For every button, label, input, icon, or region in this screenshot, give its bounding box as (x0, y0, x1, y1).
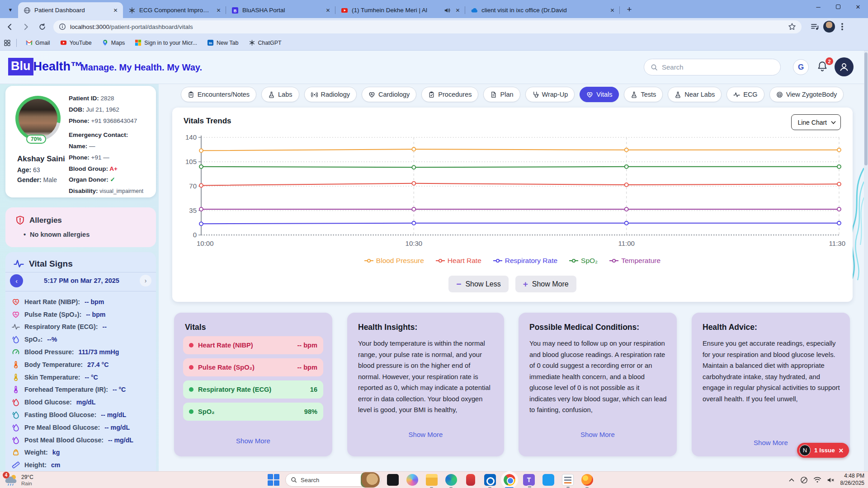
nav-tab-ecg[interactable]: ECG (726, 87, 764, 102)
nav-tab-wrap-up[interactable]: Wrap-Up (525, 87, 575, 102)
bookmark-item[interactable]: Gmail (22, 38, 54, 48)
explorer-icon[interactable] (426, 474, 438, 486)
bookmark-item[interactable]: YouTube (57, 38, 95, 48)
scrollbar-thumb[interactable] (864, 52, 868, 165)
vitals-show-more-link[interactable]: Show More (174, 437, 332, 445)
patient-photo[interactable] (19, 99, 57, 138)
window-minimize-button[interactable]: ─ (808, 0, 828, 14)
vital-signs-header: Vital Signs (14, 258, 73, 269)
nav-tab-tests[interactable]: Tests (624, 87, 663, 102)
tab-close-button[interactable]: ✕ (215, 6, 222, 14)
wifi-icon[interactable] (813, 477, 821, 483)
legend-item[interactable]: SpO₂ (569, 257, 598, 265)
edge-icon[interactable] (445, 474, 457, 486)
health-insights-card: Health Insights: Your body temperature i… (347, 313, 504, 456)
taskbar-center: Search T (268, 473, 593, 487)
bookmark-label: Gmail (35, 40, 50, 46)
chart-legend: Blood PressureHeart RateRespiratory Rate… (172, 257, 853, 265)
tab-search-button[interactable]: ▾ (4, 3, 17, 16)
nav-tab-vitals[interactable]: Vitals (580, 87, 619, 102)
app-search-input[interactable]: Search (644, 59, 781, 75)
bookmark-item[interactable]: inNew Tab (203, 38, 242, 48)
bookmark-item[interactable]: ChatGPT (245, 38, 285, 48)
show-less-button[interactable]: −Show Less (448, 276, 508, 292)
browser-tab[interactable]: BBluASHA Portal✕ (226, 2, 335, 18)
nav-tab-view-zygotebody[interactable]: View ZygoteBody (769, 87, 844, 102)
google-account-button[interactable]: G (793, 59, 809, 75)
patient-detail-row: DOB: Jul 21, 1962 (69, 105, 152, 114)
tab-close-button[interactable]: ✕ (609, 6, 616, 14)
outlook-icon[interactable] (484, 474, 496, 486)
svg-text:10:30: 10:30 (406, 239, 423, 247)
volume-muted-icon[interactable] (827, 477, 835, 483)
chrome-icon[interactable] (504, 474, 515, 486)
reload-button[interactable] (35, 20, 49, 33)
apps-grid-icon[interactable] (4, 39, 11, 47)
vscode-icon[interactable] (542, 474, 554, 486)
tab-close-button[interactable]: ✕ (324, 6, 332, 14)
weather-widget[interactable]: 4 29°C Rain (5, 474, 33, 486)
window-close-button[interactable]: ✕ (848, 0, 868, 14)
firefox-icon[interactable] (581, 474, 593, 486)
page-scrollbar[interactable] (864, 51, 868, 471)
browser-tab[interactable]: client visit in ixc office (Dr.David✕ (465, 2, 620, 18)
tray-chevron-up-icon[interactable] (788, 478, 795, 482)
browser-profile-avatar[interactable] (823, 21, 835, 33)
legend-item[interactable]: Heart Rate (436, 257, 481, 265)
window-maximize-button[interactable] (828, 0, 848, 14)
nav-tab-labs[interactable]: Labs (261, 87, 299, 102)
back-button[interactable] (3, 20, 16, 33)
previous-reading-button[interactable]: ‹ (10, 274, 23, 287)
next-reading-button[interactable]: › (140, 275, 151, 286)
insights-show-more-link[interactable]: Show More (347, 431, 504, 438)
chart-type-select[interactable]: Line Chart (791, 114, 841, 130)
tab-audio-icon[interactable] (444, 7, 450, 14)
new-tab-button[interactable]: + (623, 4, 635, 15)
browser-tab[interactable]: ECG Component Improvements✕ (123, 2, 226, 18)
nav-tab-procedures[interactable]: Procedures (421, 87, 478, 102)
show-more-button[interactable]: +Show More (515, 276, 576, 292)
taskbar-search-input[interactable]: Search (285, 473, 381, 487)
legend-item[interactable]: Blood Pressure (364, 257, 424, 265)
conditions-show-more-link[interactable]: Show More (519, 431, 677, 438)
nav-tab-near-labs[interactable]: Near Labs (668, 87, 722, 102)
tab-close-button[interactable]: ✕ (112, 6, 119, 14)
app-logo[interactable]: BluHealth™ (8, 58, 83, 75)
bookmark-star-button[interactable] (788, 23, 796, 31)
taskbar-search-placeholder: Search (301, 477, 319, 483)
person-icon (839, 61, 849, 72)
search-highlight-image[interactable] (361, 472, 380, 488)
teams-icon[interactable]: T (523, 474, 535, 486)
nav-tab-cardiology[interactable]: Cardiology (362, 87, 416, 102)
dev-issue-badge[interactable]: N 1 Issue ✕ (797, 443, 849, 458)
browser-tab[interactable]: (1) Tumhein Dekhe Meri | Al✕ (335, 2, 465, 18)
profile-menu-button[interactable] (835, 57, 854, 76)
nav-tab-plan[interactable]: Plan (483, 87, 520, 102)
taskbar-clock[interactable]: 4:48 PM 8/26/2025 (840, 473, 864, 487)
browser-menu-button[interactable] (841, 26, 843, 28)
bookmarks-bar: GmailYouTubeMapsSign in to your Micr...i… (0, 35, 868, 51)
window-controls: ─ ✕ (808, 0, 868, 14)
legend-item[interactable]: Temperature (609, 257, 660, 265)
copilot-icon[interactable] (406, 474, 418, 486)
browser-tab[interactable]: Patient Dashboard✕ (18, 2, 123, 18)
nav-tab-radiology[interactable]: Radiology (304, 87, 357, 102)
nav-tab-encounters-notes[interactable]: Encounters/Notes (181, 87, 256, 102)
notifications-button[interactable]: 2 (816, 61, 830, 74)
youtube-icon (341, 7, 348, 14)
issue-close-icon[interactable]: ✕ (839, 447, 844, 454)
do-not-disturb-icon[interactable] (800, 476, 808, 484)
start-button[interactable] (268, 474, 279, 486)
media-controls-button[interactable] (808, 20, 821, 33)
forward-button[interactable] (19, 20, 33, 33)
url-host: localhost:3000 (70, 23, 109, 30)
tab-close-button[interactable]: ✕ (454, 6, 462, 14)
bookmark-item[interactable]: Maps (98, 38, 129, 48)
phone-icon[interactable] (466, 474, 475, 486)
legend-item[interactable]: Respiratory Rate (493, 257, 557, 265)
notes-icon[interactable] (562, 474, 574, 486)
site-info-icon[interactable] (59, 23, 66, 30)
terminal-icon[interactable] (387, 474, 399, 486)
address-bar[interactable]: localhost:3000/patient-portal/dashboard/… (53, 20, 802, 33)
bookmark-item[interactable]: Sign in to your Micr... (131, 38, 201, 48)
